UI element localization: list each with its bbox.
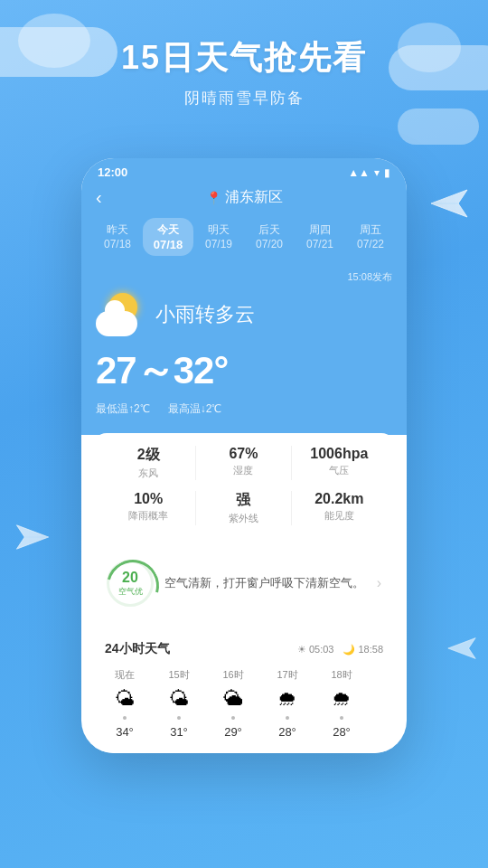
- header-section: 15日天气抢先看 阴晴雨雪早防备: [0, 0, 488, 108]
- hour-dot-15: [177, 716, 181, 720]
- back-button[interactable]: ‹: [96, 187, 102, 208]
- sunrise-time: 05:03: [309, 644, 334, 655]
- hour-temp-16: 29°: [224, 725, 242, 739]
- air-arrow-icon: ›: [377, 575, 381, 591]
- tab-yesterday[interactable]: 昨天 07/18: [92, 218, 143, 256]
- temp-range: 27～32°: [96, 345, 392, 396]
- hourly-scroll: 现在 🌤 34° 15时 🌤 31° 16时 🌥 29° 17时 🌧: [105, 668, 383, 739]
- paper-plane-left-bottom: [13, 517, 52, 561]
- stat-wind-value: 2级: [101, 446, 195, 465]
- svg-marker-4: [448, 638, 475, 659]
- temp-max-label: 最高温↓2℃: [168, 401, 222, 417]
- tab-yesterday-name: 昨天: [95, 222, 140, 238]
- tab-day-after-date: 07/20: [247, 238, 292, 250]
- hour-label-now: 现在: [115, 668, 135, 682]
- aqi-circle: 20 空气优: [107, 560, 154, 607]
- hour-item-now: 现在 🌤 34°: [105, 668, 145, 739]
- hour-temp-17: 28°: [278, 725, 296, 739]
- hour-icon-17: 🌧: [277, 687, 297, 711]
- hour-dot-18: [340, 716, 343, 720]
- status-time: 12:00: [98, 165, 127, 179]
- hour-label-17: 17时: [277, 668, 297, 682]
- weather-condition-row: 小雨转多云: [96, 289, 392, 340]
- hour-icon-15: 🌤: [169, 687, 189, 711]
- air-description: 空气清新，打开窗户呼吸下清新空气。: [164, 574, 366, 592]
- tab-thursday[interactable]: 周四 07/21: [295, 218, 345, 256]
- hour-label-18: 18时: [331, 668, 352, 682]
- hour-item-17: 17时 🌧 28°: [267, 668, 307, 739]
- tab-yesterday-date: 07/18: [95, 238, 140, 250]
- hour-dot-16: [231, 716, 235, 720]
- tab-today-date: 07/18: [145, 238, 191, 251]
- stat-pressure: 1006hpa 气压: [292, 446, 387, 480]
- location-name: 浦东新区: [225, 188, 283, 207]
- hour-label-15: 15时: [168, 668, 189, 682]
- weather-main: 15:08发布 小雨转多云 27～32° 最低温↑2℃ 最高温↓2℃: [81, 265, 407, 435]
- wifi-icon: ▾: [374, 166, 380, 179]
- stat-visibility: 20.2km 能见度: [292, 491, 387, 525]
- hourly-section: 24小时天气 ☀ 05:03 🌙 18:58 现在 🌤 34° 15时: [92, 628, 396, 753]
- weather-icon: [96, 289, 146, 340]
- stat-rain-label: 降雨概率: [101, 509, 195, 523]
- tab-day-after[interactable]: 后天 07/20: [244, 218, 295, 256]
- tab-tomorrow-name: 明天: [196, 222, 241, 238]
- section-header: 24小时天气 ☀ 05:03 🌙 18:58: [105, 641, 383, 657]
- stat-wind: 2级 东风: [101, 446, 196, 480]
- tab-thursday-date: 07/21: [297, 238, 343, 250]
- tab-friday-date: 07/22: [348, 238, 393, 250]
- stat-uv-label: 紫外线: [196, 512, 290, 525]
- stat-rain-value: 10%: [101, 491, 195, 507]
- hour-temp-18: 28°: [333, 725, 351, 739]
- stat-visibility-label: 能见度: [292, 509, 387, 523]
- hour-item-16: 16时 🌥 29°: [213, 668, 253, 739]
- stat-uv-value: 强: [196, 491, 290, 510]
- stat-uv: 强 紫外线: [196, 491, 291, 525]
- temp-minmax: 最低温↑2℃ 最高温↓2℃: [96, 401, 392, 417]
- tab-thursday-name: 周四: [297, 222, 343, 238]
- stat-humidity-label: 湿度: [196, 464, 290, 477]
- hour-item-19: 19时 🌥 27°: [376, 668, 383, 739]
- publish-time: 15:08发布: [96, 270, 392, 284]
- hour-icon-18: 🌧: [332, 687, 352, 711]
- condition-text: 小雨转多云: [155, 301, 255, 328]
- stats-card: 2级 东风 67% 湿度 1006hpa 气压 10% 降雨概率 强 紫外线 2…: [92, 433, 396, 538]
- sunset-time: 18:58: [358, 644, 383, 655]
- stat-rain: 10% 降雨概率: [101, 491, 196, 525]
- temp-min-label: 最低温↑2℃: [96, 401, 150, 417]
- hour-icon-16: 🌥: [223, 687, 243, 711]
- status-bar: 12:00 ▲▲ ▾ ▮: [81, 158, 407, 184]
- hourly-title: 24小时天气: [105, 641, 170, 657]
- stat-pressure-label: 气压: [292, 464, 387, 477]
- hour-temp-now: 34°: [116, 725, 134, 739]
- hour-temp-15: 31°: [170, 725, 188, 739]
- tab-today-name: 今天: [145, 222, 191, 238]
- cloud-icon: [96, 311, 137, 336]
- signal-icon: ▲▲: [348, 166, 370, 179]
- stat-wind-label: 东风: [101, 467, 195, 480]
- sunrise-sunset: ☀ 05:03 🌙 18:58: [297, 644, 383, 656]
- phone-header: ‹ 📍 浦东新区: [81, 184, 407, 218]
- sunset-item: 🌙 18:58: [343, 644, 383, 656]
- header-title: 15日天气抢先看: [0, 36, 488, 80]
- hour-item-15: 15时 🌤 31°: [159, 668, 199, 739]
- location-pin-icon: 📍: [206, 191, 221, 205]
- aqi-level: 空气优: [118, 586, 143, 598]
- tab-tomorrow[interactable]: 明天 07/19: [193, 218, 244, 256]
- tab-tomorrow-date: 07/19: [196, 238, 241, 250]
- day-tabs: 昨天 07/18 今天 07/18 明天 07/19 后天 07/20 周四 0…: [81, 218, 407, 265]
- tab-friday[interactable]: 周五 07/22: [345, 218, 396, 256]
- hour-icon-now: 🌤: [115, 687, 135, 711]
- paper-plane-right: [427, 181, 472, 230]
- air-quality-card[interactable]: 20 空气优 空气清新，打开窗户呼吸下清新空气。 ›: [92, 547, 396, 619]
- hour-item-18: 18时 🌧 28°: [322, 668, 361, 739]
- header-subtitle: 阴晴雨雪早防备: [0, 88, 488, 108]
- tab-day-after-name: 后天: [247, 222, 292, 238]
- aqi-number: 20: [122, 570, 138, 586]
- stat-humidity: 67% 湿度: [196, 446, 291, 480]
- hour-dot-17: [286, 716, 289, 720]
- tab-today[interactable]: 今天 07/18: [143, 218, 193, 256]
- aqi-ring: 20 空气优: [107, 560, 154, 607]
- stat-pressure-value: 1006hpa: [292, 446, 387, 462]
- tab-friday-name: 周五: [348, 222, 393, 238]
- battery-icon: ▮: [384, 166, 390, 179]
